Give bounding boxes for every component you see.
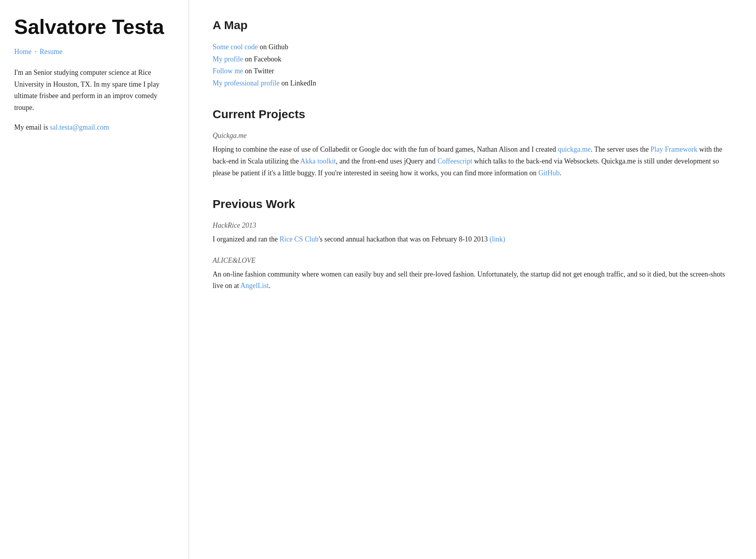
previous-work-section: Previous Work HackRice 2013 I organized …: [213, 195, 732, 292]
map-links-list: Some cool code on Github My profile on F…: [213, 41, 732, 89]
work-entry-alicelove: ALICE&LOVE An on-line fashion community …: [213, 255, 732, 292]
linkedin-suffix: on LinkedIn: [281, 79, 316, 87]
project-desc-quickgame: Hoping to combine the ease of use of Col…: [213, 144, 732, 179]
list-item: Follow me on Twitter: [213, 65, 732, 77]
map-section: A Map Some cool code on Github My profil…: [213, 16, 732, 89]
github-suffix: on Github: [259, 43, 288, 51]
map-title: A Map: [213, 16, 732, 35]
nav-resume-link[interactable]: Resume: [40, 46, 63, 58]
rice-cs-club-link[interactable]: Rice CS Club: [280, 235, 319, 243]
main-nav: Home · Resume: [14, 46, 173, 58]
site-title: Salvatore Testa: [14, 16, 173, 38]
linkedin-link[interactable]: My professional profile: [213, 79, 280, 87]
project-entry-quickgame: Quickga.me Hoping to combine the ease of…: [213, 130, 732, 179]
hackrice-name: HackRice 2013: [213, 220, 732, 231]
project-name-quickgame: Quickga.me: [213, 130, 732, 141]
email-link[interactable]: sal.testa@gmail.com: [50, 123, 109, 131]
github-project-link[interactable]: GitHub: [538, 169, 560, 177]
facebook-suffix: on Facebook: [245, 55, 281, 63]
previous-work-title: Previous Work: [213, 195, 732, 214]
left-panel: Salvatore Testa Home · Resume I'm an Sen…: [0, 0, 189, 559]
facebook-link[interactable]: My profile: [213, 55, 243, 63]
email-line: My email is sal.testa@gmail.com: [14, 122, 173, 133]
hackrice-desc: I organized and ran the Rice CS Club's s…: [213, 234, 732, 245]
list-item: My professional profile on LinkedIn: [213, 77, 732, 89]
coffeescript-link[interactable]: Coffeescript: [437, 157, 472, 165]
bio-text: I'm an Senior studying computer science …: [14, 67, 173, 114]
nav-separator: ·: [35, 46, 37, 58]
twitter-link[interactable]: Follow me: [213, 67, 243, 75]
play-framework-link[interactable]: Play Framework: [650, 145, 697, 153]
github-link[interactable]: Some cool code: [213, 43, 258, 51]
projects-title: Current Projects: [213, 105, 732, 124]
projects-section: Current Projects Quickga.me Hoping to co…: [213, 105, 732, 179]
alicelove-desc: An on-line fashion community where women…: [213, 269, 732, 292]
hackrice-link[interactable]: (link): [489, 235, 505, 243]
akka-link[interactable]: Akka toolkit: [300, 157, 336, 165]
right-panel: A Map Some cool code on Github My profil…: [189, 0, 756, 559]
email-prefix: My email is: [14, 123, 50, 131]
work-entry-hackrice: HackRice 2013 I organized and ran the Ri…: [213, 220, 732, 245]
angellist-link[interactable]: AngelList: [241, 282, 269, 290]
twitter-suffix: on Twitter: [245, 67, 274, 75]
list-item: Some cool code on Github: [213, 41, 732, 53]
nav-home-link[interactable]: Home: [14, 46, 32, 58]
page-layout: Salvatore Testa Home · Resume I'm an Sen…: [0, 0, 756, 559]
quickgame-link[interactable]: quickga.me: [558, 145, 591, 153]
list-item: My profile on Facebook: [213, 53, 732, 65]
alicelove-name: ALICE&LOVE: [213, 255, 732, 266]
